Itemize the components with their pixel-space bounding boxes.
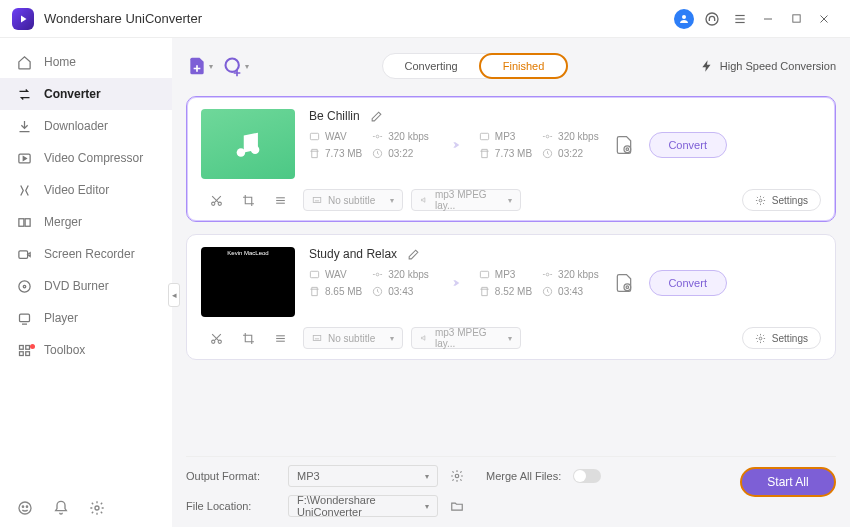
edit-title-icon[interactable] [407,248,420,261]
sidebar-item-merger[interactable]: Merger [0,206,172,238]
output-settings-icon[interactable] [609,273,639,293]
bottom-bar: Output Format: MP3▾ Merge All Files: Fil… [186,456,836,527]
sidebar-item-player[interactable]: Player [0,302,172,334]
tab-segment: Converting Finished [382,53,569,79]
recorder-icon [16,246,32,262]
edit-title-icon[interactable] [370,110,383,123]
file-location-label: File Location: [186,500,276,512]
maximize-button[interactable] [782,5,810,33]
sidebar-item-toolbox[interactable]: Toolbox [0,334,172,366]
svg-point-14 [23,285,26,288]
svg-point-0 [682,15,686,19]
tab-finished[interactable]: Finished [479,53,569,79]
sidebar-item-compressor[interactable]: Video Compressor [0,142,172,174]
trim-icon[interactable] [209,193,223,207]
file-location-select[interactable]: F:\Wondershare UniConverter▾ [288,495,438,517]
svg-rect-40 [313,198,321,203]
audio-select[interactable]: mp3 MPEG lay...▾ [411,189,521,211]
crop-icon[interactable] [241,331,255,345]
tab-converting[interactable]: Converting [383,54,480,78]
settings-button[interactable]: Settings [742,327,821,349]
subtitle-select[interactable]: No subtitle▾ [303,327,403,349]
high-speed-label: High Speed Conversion [720,60,836,72]
sidebar-item-downloader[interactable]: Downloader [0,110,172,142]
svg-rect-19 [25,351,29,355]
notifications-icon[interactable] [52,499,70,517]
compressor-icon [16,150,32,166]
svg-point-35 [211,202,214,205]
svg-point-52 [218,340,221,343]
convert-button[interactable]: Convert [649,270,727,296]
svg-point-20 [19,502,31,514]
output-format-select[interactable]: MP3▾ [288,465,438,487]
app-logo [12,8,34,30]
output-format-label: Output Format: [186,470,276,482]
feedback-icon[interactable] [16,499,34,517]
add-file-button[interactable]: ▾ [186,52,214,80]
sidebar-item-home[interactable]: Home [0,46,172,78]
close-button[interactable] [810,5,838,33]
svg-point-33 [624,146,631,153]
open-folder-icon[interactable] [450,499,464,513]
svg-rect-11 [25,218,30,226]
merge-label: Merge All Files: [486,470,561,482]
converter-icon [16,86,32,102]
sidebar-item-label: Screen Recorder [44,247,135,261]
svg-point-13 [18,280,29,291]
more-icon[interactable] [273,193,287,207]
subtitle-select[interactable]: No subtitle▾ [303,189,403,211]
trim-icon[interactable] [209,331,223,345]
settings-icon[interactable] [88,499,106,517]
crop-icon[interactable] [241,193,255,207]
file-list: Be Chillin WAV 7.73 MB 320 kbps 03:22 [186,86,836,456]
sidebar-item-editor[interactable]: Video Editor [0,174,172,206]
sidebar-item-dvd[interactable]: DVD Burner [0,270,172,302]
sidebar-item-recorder[interactable]: Screen Recorder [0,238,172,270]
sidebar-item-label: Video Editor [44,183,109,197]
file-card[interactable]: Kevin MacLeod Study and Relax WAV 8.65 M… [186,234,836,360]
svg-point-58 [759,337,762,340]
add-url-button[interactable]: ▾ [222,52,250,80]
sidebar-item-label: Home [44,55,76,69]
download-icon [16,118,32,134]
svg-rect-27 [310,133,318,139]
arrow-right-icon [439,137,469,153]
sidebar-item-label: Video Compressor [44,151,143,165]
high-speed-toggle[interactable]: High Speed Conversion [700,59,836,73]
collapse-sidebar-button[interactable]: ◂ [168,283,180,307]
svg-rect-17 [25,345,29,349]
sidebar-item-label: Downloader [44,119,108,133]
settings-button[interactable]: Settings [742,189,821,211]
user-avatar-icon[interactable] [674,9,694,29]
file-card[interactable]: Be Chillin WAV 7.73 MB 320 kbps 03:22 [186,96,836,222]
file-thumbnail [201,109,295,179]
sidebar-item-converter[interactable]: Converter [0,78,172,110]
convert-button[interactable]: Convert [649,132,727,158]
sidebar-item-label: DVD Burner [44,279,109,293]
svg-rect-43 [310,271,318,277]
svg-point-1 [706,13,718,25]
svg-point-23 [95,506,99,510]
svg-point-44 [376,273,379,276]
svg-point-42 [759,199,762,202]
file-thumbnail: Kevin MacLeod [201,247,295,317]
svg-rect-18 [19,351,23,355]
start-all-button[interactable]: Start All [740,467,836,497]
sidebar: Home Converter Downloader Video Compress… [0,38,172,527]
titlebar: Wondershare UniConverter [0,0,850,38]
more-icon[interactable] [273,331,287,345]
format-settings-icon[interactable] [450,469,464,483]
home-icon [16,54,32,70]
svg-rect-46 [480,271,488,277]
svg-point-25 [237,148,246,157]
output-settings-icon[interactable] [609,135,639,155]
audio-select[interactable]: mp3 MPEG lay...▾ [411,327,521,349]
merge-toggle[interactable] [573,469,601,483]
svg-rect-6 [792,15,799,22]
minimize-button[interactable] [754,5,782,33]
bolt-icon [700,59,714,73]
sidebar-item-label: Toolbox [44,343,85,357]
menu-icon[interactable] [726,5,754,33]
player-icon [16,310,32,326]
support-icon[interactable] [698,5,726,33]
